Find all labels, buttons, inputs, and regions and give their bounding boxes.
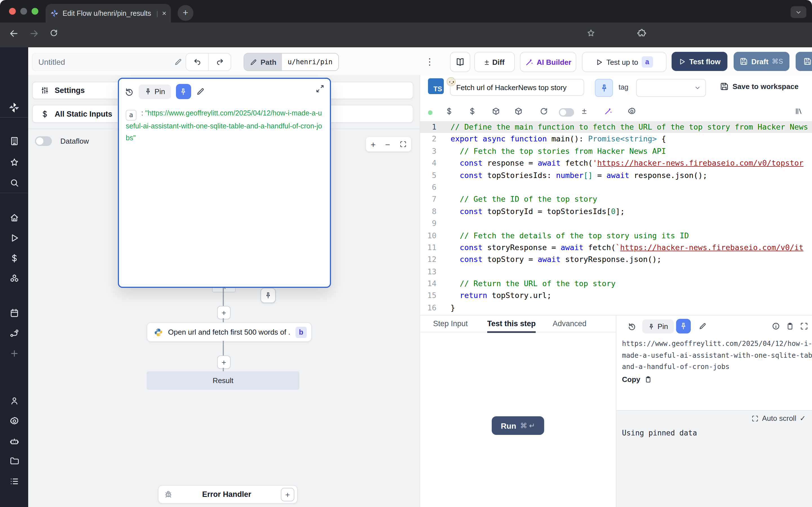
reload-button[interactable]: [50, 29, 58, 37]
tag-select[interactable]: [636, 79, 706, 97]
deploy-button[interactable]: Deploy: [796, 52, 812, 71]
code-line[interactable]: 10 // Fetch the details of the top story…: [420, 230, 812, 242]
tab-step-input[interactable]: Step Input: [433, 316, 468, 331]
tab-test-this-step[interactable]: Test this step: [487, 316, 536, 333]
zoom-window-button[interactable]: [32, 8, 38, 15]
pin-toggle-button[interactable]: Pin: [139, 84, 171, 99]
code-line[interactable]: 9: [420, 217, 812, 230]
code-line[interactable]: 11 const storyResponse = await fetch(`ht…: [420, 242, 812, 254]
code-line[interactable]: 6: [420, 181, 812, 193]
gear-icon[interactable]: [627, 107, 636, 115]
more-options-kebab-icon[interactable]: ⋮: [423, 53, 437, 70]
forward-button[interactable]: [29, 29, 39, 38]
library-icon[interactable]: [795, 107, 803, 115]
header-pin-button[interactable]: [595, 79, 613, 97]
new-tab-button[interactable]: +: [177, 5, 193, 21]
minimize-window-button[interactable]: [20, 8, 27, 15]
sidebar-item-robot-icon[interactable]: [0, 434, 28, 448]
code-line[interactable]: 7 // Get the ID of the top story: [420, 193, 812, 206]
docs-book-button[interactable]: [450, 52, 470, 72]
clipboard-icon[interactable]: [786, 322, 794, 330]
history-icon[interactable]: [627, 322, 636, 331]
diff-button[interactable]: ± Diff: [474, 52, 515, 72]
close-tab-icon[interactable]: ×: [162, 9, 166, 17]
edit-pencil-icon[interactable]: [174, 58, 182, 66]
expand-icon[interactable]: [800, 322, 808, 330]
back-button[interactable]: [9, 29, 18, 38]
node-pin-button[interactable]: [260, 288, 276, 303]
tab-advanced[interactable]: Advanced: [553, 316, 587, 331]
close-window-button[interactable]: [9, 8, 16, 15]
sidebar-item-list-icon[interactable]: [0, 474, 28, 488]
editor-toggle[interactable]: [559, 108, 574, 117]
code-line[interactable]: 1// Define the main function to fetch th…: [420, 121, 812, 133]
zoom-in-button[interactable]: +: [371, 139, 376, 149]
sidebar-item-home-icon[interactable]: [0, 211, 28, 224]
sidebar-item-calendar-icon[interactable]: [0, 306, 28, 320]
sidebar-item-gear-icon[interactable]: [0, 414, 28, 428]
sidebar-item-folder-icon[interactable]: [0, 454, 28, 467]
tab-search-button[interactable]: [791, 6, 806, 18]
resources-dollar-icon[interactable]: [468, 107, 476, 115]
pin-active-button[interactable]: [176, 84, 191, 99]
sidebar-item-cubes-icon[interactable]: [0, 272, 28, 285]
package-icon[interactable]: [514, 107, 523, 115]
code-line[interactable]: 15 return topStory.url;: [420, 290, 812, 302]
extensions-puzzle-icon[interactable]: [637, 29, 646, 38]
sidebar-item-building-icon[interactable]: [0, 134, 28, 148]
redo-button[interactable]: [209, 54, 231, 70]
sidebar-item-person-icon[interactable]: [0, 394, 28, 407]
test-up-to-button[interactable]: Test up to a: [582, 52, 666, 72]
sidebar-item-star-icon[interactable]: [0, 156, 28, 169]
edit-pencil-icon[interactable]: [196, 87, 205, 96]
step-title-input[interactable]: Fetch url of HackerNews top story: [450, 79, 584, 96]
undo-button[interactable]: [186, 54, 209, 70]
run-button[interactable]: Run ⌘ ↵: [492, 416, 544, 435]
step-b-node[interactable]: Open url and fetch first 500 words of ..…: [147, 322, 312, 342]
browser-tab[interactable]: Edit Flow u/henri/pin_results | ×: [46, 4, 171, 22]
sidebar-item-dollar-icon[interactable]: [0, 251, 28, 265]
code-line[interactable]: 3 // Fetch the top stories from Hacker N…: [420, 145, 812, 158]
flow-title-field[interactable]: Untitled: [32, 53, 188, 71]
sidebar-item-play-icon[interactable]: [0, 231, 28, 244]
edit-pencil-icon[interactable]: [699, 322, 707, 330]
code-line[interactable]: 12 const topStory = await storyResponse.…: [420, 254, 812, 266]
zoom-out-button[interactable]: −: [385, 139, 390, 149]
code-line[interactable]: 13: [420, 266, 812, 278]
sidebar-item-route-icon[interactable]: [0, 326, 28, 340]
auto-scroll-control[interactable]: Auto scroll ✓: [752, 414, 806, 422]
code-line[interactable]: 2export async function main(): Promise<s…: [420, 133, 812, 145]
code-line[interactable]: 14 // Return the URL of the top story: [420, 278, 812, 290]
insert-step-button[interactable]: +: [217, 355, 231, 369]
history-icon[interactable]: [124, 87, 134, 96]
variables-dollar-icon[interactable]: [445, 107, 453, 115]
draft-button[interactable]: Draft ⌘S: [733, 52, 790, 71]
save-to-workspace-button[interactable]: Save to workspace: [720, 82, 799, 91]
ai-builder-button[interactable]: AI Builder: [520, 52, 576, 72]
result-node[interactable]: Result: [147, 371, 299, 390]
error-handler-node[interactable]: Error Handler +: [158, 485, 298, 504]
expand-icon[interactable]: [316, 84, 324, 93]
code-line[interactable]: 16}: [420, 302, 812, 314]
sidebar-item-search-icon[interactable]: [0, 176, 28, 189]
insert-step-button[interactable]: +: [217, 306, 231, 320]
copy-button[interactable]: Copy: [622, 375, 652, 384]
package-icon[interactable]: [492, 107, 500, 115]
bookmark-star-icon[interactable]: [587, 29, 596, 38]
test-up-to-target-badge[interactable]: a: [642, 56, 653, 68]
dataflow-toggle[interactable]: [35, 136, 52, 146]
magic-wand-icon[interactable]: [604, 107, 612, 115]
code-line[interactable]: 4 const response = await fetch('https://…: [420, 157, 812, 169]
test-flow-button[interactable]: Test flow: [672, 52, 727, 71]
code-line[interactable]: 8 const topStoryId = topStoriesIds[0];: [420, 205, 812, 217]
pin-toggle-button[interactable]: Pin: [642, 320, 674, 334]
code-editor[interactable]: 1// Define the main function to fetch th…: [420, 121, 812, 315]
path-group[interactable]: Path u/henri/pin: [244, 53, 339, 71]
sidebar-item-plus-icon[interactable]: [0, 346, 28, 360]
add-error-handler-button[interactable]: +: [281, 488, 294, 501]
fit-view-icon[interactable]: [400, 141, 406, 148]
diff-plus-minus-icon[interactable]: ±: [582, 106, 587, 115]
info-icon[interactable]: [772, 322, 780, 330]
reload-icon[interactable]: [540, 107, 548, 115]
code-line[interactable]: 5 const topStoriesIds: number[] = await …: [420, 169, 812, 181]
